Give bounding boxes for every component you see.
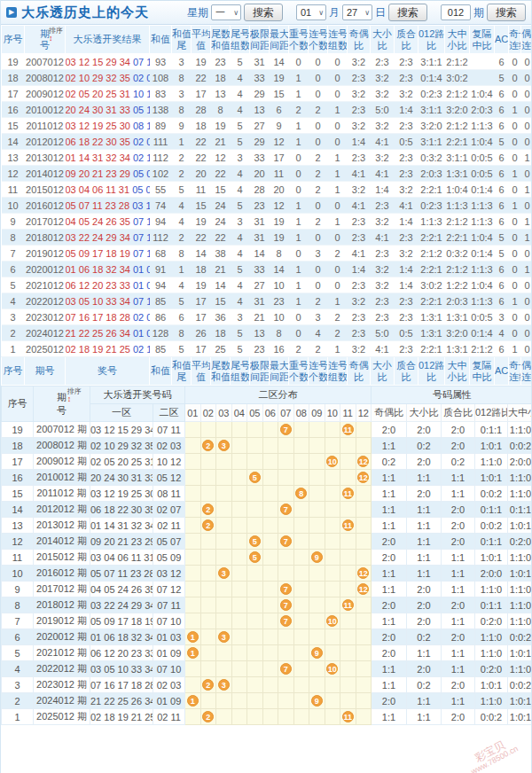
- stat-cell: 3: [495, 309, 509, 325]
- table-row: 192007012 期03 12 15 29 3407 117112:02:02…: [2, 422, 532, 438]
- column-header-ballcol: 01: [185, 404, 201, 422]
- ball-dist-cell: 5: [247, 534, 263, 550]
- ball-dist-cell: [309, 470, 325, 486]
- issue-cell: 2018012 期: [34, 597, 90, 613]
- ball-dist-cell: [293, 550, 309, 566]
- ball-dist-cell: [185, 422, 201, 438]
- zone1-numbers-cell: 20 24 30 31 33: [90, 470, 153, 486]
- ball-dist-cell: [309, 597, 325, 613]
- stat-cell: 0: [521, 166, 532, 182]
- attr-cell: 1:0:1: [475, 470, 508, 486]
- issue-cell: 2009012 期: [34, 454, 90, 470]
- stat-cell: 22: [192, 230, 211, 246]
- column-header: 偶号连续: [521, 357, 532, 386]
- attr-cell: 1:1: [407, 502, 442, 518]
- stat-cell: 1:0:4: [470, 134, 495, 150]
- ball-dist-cell: 7: [278, 534, 294, 550]
- stat-cell: 1: [289, 230, 309, 246]
- ball-dist-cell: [356, 677, 372, 693]
- month-select[interactable]: 01∨: [296, 4, 326, 20]
- week-select[interactable]: 一∨: [211, 4, 241, 20]
- stat-cell: 1:1:3: [470, 214, 495, 230]
- seq-cell: 9: [2, 214, 25, 230]
- ball-dist-cell: [278, 518, 294, 534]
- stat-cell: 3: [172, 86, 192, 102]
- table-row: 122014012 期09 20 21 23 2905 07572:01:12:…: [2, 534, 532, 550]
- attr-cell: 2:0: [372, 645, 407, 661]
- stat-cell: 0: [509, 70, 521, 86]
- issue-input[interactable]: [441, 4, 471, 20]
- stat-cell: 4: [495, 325, 509, 341]
- table-row: 14201201206 18 22 30 35 02 0711112221529…: [2, 134, 532, 150]
- ball-dist-cell: [200, 661, 216, 677]
- table-row: 72019012 期05 09 17 18 1907 107101:12:01:…: [2, 613, 532, 629]
- stat-cell: 6: [270, 102, 289, 118]
- week-search-button[interactable]: 搜索: [244, 4, 283, 21]
- stat-cell: 89: [150, 118, 172, 134]
- zone2-ball: 12: [357, 567, 369, 579]
- attr-cell: 1:1: [407, 709, 442, 725]
- date-search-button[interactable]: 搜索: [388, 4, 427, 21]
- stat-cell: 83: [150, 86, 172, 102]
- zone2-ball: 2: [202, 504, 214, 515]
- day-select[interactable]: 27∨: [342, 4, 372, 20]
- issue-cell: 2010012: [25, 102, 66, 118]
- sort-arrow-icon[interactable]: ↕: [67, 395, 82, 402]
- zone2-numbers-cell: 01 03: [153, 629, 185, 645]
- back-numbers: 02 11: [130, 344, 150, 355]
- seq-cell: 10: [2, 566, 34, 582]
- ball-dist-cell: [185, 677, 201, 693]
- issue-cell: 2021012: [25, 277, 66, 293]
- issue-search-group: 期 搜索: [441, 4, 526, 21]
- zone2-numbers-cell: 05 12: [153, 470, 185, 486]
- sort-control[interactable]: 排序↕: [67, 388, 82, 402]
- draw-result-cell: 03 04 06 11 31 05 09: [66, 182, 150, 198]
- zone2-numbers-cell: 07 11: [153, 597, 185, 613]
- stat-cell: 112: [150, 230, 172, 246]
- issue-search-button[interactable]: 搜索: [487, 4, 526, 21]
- stat-cell: 18: [192, 118, 211, 134]
- ball-dist-cell: [216, 454, 232, 470]
- draw-result-cell: 09 20 21 23 29 05 07: [66, 166, 150, 182]
- month-label: 月: [329, 5, 340, 20]
- zone2-ball: 1: [187, 631, 199, 643]
- sort-arrow-icon[interactable]: ↕: [49, 35, 63, 42]
- table-row: 4202201203 05 10 33 34 07 10855171543123…: [2, 293, 532, 309]
- attr-cell: 1:1:0: [508, 613, 532, 629]
- stat-cell: 31: [250, 230, 270, 246]
- stat-cell: 0: [289, 309, 309, 325]
- ball-dist-cell: [247, 629, 263, 645]
- zone2-ball: 12: [357, 583, 369, 595]
- attr-cell: 1:1: [442, 550, 475, 566]
- column-header-seq: 序号: [2, 386, 34, 422]
- attr-cell: 1:1:0: [475, 629, 508, 645]
- column-header-attr: 质合比: [442, 404, 475, 422]
- stat-cell: 21: [211, 262, 231, 277]
- attr-cell: 0:0:2: [475, 709, 508, 725]
- zone2-numbers-cell: 02 11: [153, 518, 185, 534]
- back-numbers: 08 11: [130, 121, 150, 131]
- ball-dist-cell: [262, 470, 278, 486]
- stat-cell: 5: [495, 246, 509, 262]
- issue-cell: 2016012 期: [34, 566, 90, 582]
- stat-cell: 2:3: [395, 54, 419, 70]
- ball-dist-cell: [309, 486, 325, 502]
- front-numbers: 01 14 31 32 34: [66, 152, 130, 163]
- back-numbers: 02 07: [130, 137, 150, 147]
- stat-cell: 3:2: [371, 214, 395, 230]
- front-numbers: 01 06 18 32 34: [66, 264, 130, 275]
- sort-control[interactable]: 排序↕: [49, 27, 63, 42]
- column-header: 序号: [2, 26, 25, 54]
- attr-cell: 1:1: [372, 613, 407, 629]
- zone2-ball: 7: [280, 583, 292, 595]
- ball-dist-cell: [262, 645, 278, 661]
- attr-cell: 1:0:1: [508, 566, 532, 582]
- seq-cell: 12: [2, 166, 25, 182]
- ball-dist-cell: [309, 502, 325, 518]
- stat-cell: 17: [192, 293, 211, 309]
- table-row: 7201901205 09 17 18 19 07 10688143841480…: [2, 246, 532, 262]
- column-header: 尾数和值: [211, 357, 231, 386]
- attr-cell: 0:1:1: [475, 502, 508, 518]
- ball-dist-cell: 11: [340, 486, 356, 502]
- column-header-attrs: 号码属性: [372, 386, 532, 404]
